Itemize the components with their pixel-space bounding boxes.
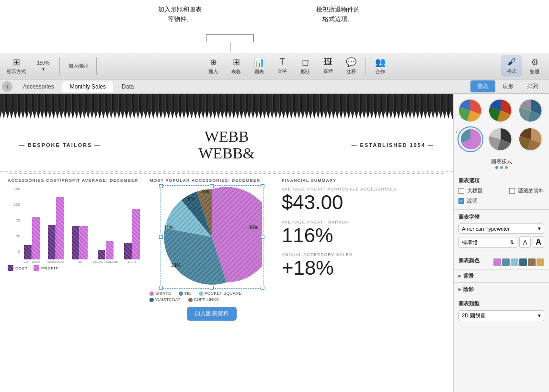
chart-type-value: 2D 圓餅圖	[462, 312, 486, 319]
color-row: 圖表顏色	[458, 257, 544, 267]
chart-button[interactable]: 📊 圖表	[249, 55, 270, 77]
main-layout: — BESPOKE TAILORS — WEBB WEBB& — ESTABLI…	[0, 94, 549, 392]
fabric-zigzag	[0, 111, 453, 119]
chart-thumb-1[interactable]	[458, 98, 483, 123]
font-larger-button[interactable]: A	[533, 236, 544, 248]
pie-label-45: 45%	[249, 225, 258, 230]
financial-title: FINANCIAL SUMMARY	[282, 178, 446, 183]
text-button[interactable]: T 文字	[272, 55, 293, 77]
collaborate-label: 合作	[376, 68, 385, 75]
organize-button[interactable]: ⚙ 整理	[524, 55, 545, 77]
chart-thumb-4[interactable]	[458, 126, 483, 152]
panel-tab-slice[interactable]: 扇形	[495, 80, 520, 92]
handle-br[interactable]	[261, 286, 264, 290]
insert-button[interactable]: ⊕ 插入	[203, 55, 224, 77]
color-swatch-2[interactable]	[502, 258, 510, 266]
table-button[interactable]: ⊞ 表格	[226, 55, 247, 77]
collaborate-button[interactable]: 👥 合作	[370, 55, 391, 77]
chart-style-prev-button[interactable]: ‹	[454, 126, 460, 137]
tab-data[interactable]: Data	[114, 81, 141, 92]
dot-2[interactable]	[500, 166, 503, 169]
add-column-button[interactable]: 加入欄列	[66, 61, 91, 71]
title-checkbox[interactable]	[458, 188, 464, 194]
bar-group-tie: TIE	[69, 226, 90, 263]
add-tab-button[interactable]: +	[2, 81, 12, 92]
color-swatch-4[interactable]	[519, 258, 527, 266]
media-label: 媒體	[323, 68, 333, 75]
comment-icon: 💬	[346, 57, 356, 67]
media-button[interactable]: 🖼 媒體	[318, 55, 339, 77]
handle-bc[interactable]	[210, 286, 214, 290]
panel-tab-chart[interactable]: 圖表	[470, 80, 495, 92]
font-style-chevron: ⇅	[510, 239, 514, 246]
tab-accessories[interactable]: Accessories	[15, 81, 62, 92]
markup-row: AVERAGE PROFIT MARKUP 116%	[282, 220, 446, 246]
view-mode-icon: ⊞	[13, 57, 20, 67]
content-row: ACCESSORIES COST/PROFIT AVERAGE: DECEMBE…	[0, 178, 453, 326]
handle-ml[interactable]	[159, 235, 163, 239]
dot-3[interactable]	[505, 166, 508, 169]
pie-svg	[161, 187, 262, 287]
color-swatch-3[interactable]	[511, 258, 518, 266]
font-style-value: 標準體	[462, 239, 478, 246]
color-swatch-5[interactable]	[528, 258, 536, 266]
tab-monthly-sales[interactable]: Monthly Sales	[62, 81, 114, 92]
handle-mr[interactable]	[261, 235, 264, 239]
legend-checkbox[interactable]: ✓	[458, 198, 464, 204]
collaborate-icon: 👥	[375, 57, 386, 67]
profit-swatch	[34, 265, 39, 271]
cost-swatch	[8, 265, 13, 271]
zoom-button[interactable]: 150% ▾	[33, 58, 54, 74]
bar-cost	[48, 225, 56, 259]
chart-thumb-3[interactable]	[518, 98, 544, 123]
color-swatch-6[interactable]	[537, 258, 544, 266]
bar-pair	[98, 241, 114, 259]
chart-thumb-5[interactable]	[488, 126, 514, 152]
pie-label-33: 33%	[171, 263, 181, 268]
table-label: 表格	[231, 68, 241, 75]
swatch-pocket	[199, 291, 203, 296]
title-row: 大標題 隱藏的資料	[458, 187, 544, 194]
handle-tl[interactable]	[159, 184, 163, 188]
organize-icon: ⚙	[531, 57, 538, 67]
handle-tr[interactable]	[261, 184, 264, 188]
color-swatch-1[interactable]	[493, 258, 501, 266]
chart-thumb-2[interactable]	[488, 98, 514, 123]
comment-button[interactable]: 💬 注釋	[341, 55, 362, 77]
font-name-select[interactable]: American Typewriter ▾	[458, 224, 544, 234]
shadow-section[interactable]: ▶ 陰影	[454, 282, 549, 296]
panel-tab-arrange[interactable]: 排列	[520, 80, 545, 92]
format-button[interactable]: 🖌 格式	[501, 55, 522, 77]
view-mode-button[interactable]: ⊞ 顯示方式	[4, 55, 29, 77]
chart-thumb-6[interactable]	[518, 126, 544, 152]
pie-chart-container[interactable]: 45% 33% 11% 6% 5%	[161, 187, 262, 287]
toolbar-center-group: ⊕ 插入 ⊞ 表格 📊 圖表 T 文字 ◻ 形狀 🖼 媒體	[99, 55, 495, 77]
handle-tc[interactable]	[210, 184, 214, 188]
shape-button[interactable]: ◻ 形狀	[295, 55, 316, 77]
bar-profit	[132, 209, 140, 259]
profit-row: AVERAGE PROFIT ACROSS ALL ACCESSORIES $4…	[282, 187, 446, 213]
dot-1[interactable]	[495, 166, 498, 169]
toolbar-sep-1	[59, 57, 60, 75]
media-icon: 🖼	[324, 57, 332, 67]
hero-section: — BESPOKE TAILORS — WEBB WEBB& — ESTABLI…	[0, 119, 453, 172]
y-label-70: 70	[8, 218, 20, 223]
font-style-select[interactable]: 標準體 ⇅	[458, 237, 517, 248]
add-chart-data-button[interactable]: 加入圖表資料	[187, 307, 237, 321]
fabric-header	[0, 94, 453, 119]
legend-label: 說明	[467, 197, 478, 204]
chart-type-select[interactable]: 2D 圓餅圖 ▾	[458, 310, 544, 321]
chart-font-title: 圖表字體	[458, 213, 544, 221]
insert-icon: ⊕	[210, 57, 217, 67]
bar-profit	[56, 197, 64, 259]
pie-legend: SHIRTS TIE POCKET SQUARE	[149, 291, 274, 302]
bar-cost	[124, 243, 132, 259]
background-section[interactable]: ▶ 背景	[454, 269, 549, 282]
hidden-data-checkbox[interactable]	[509, 188, 515, 194]
swatch-cufflinks	[188, 298, 193, 302]
bar-pair	[24, 217, 40, 259]
font-smaller-button[interactable]: A	[519, 236, 531, 248]
zoom-level: 150%	[37, 60, 49, 66]
chart-font-section: 圖表字體 American Typewriter ▾ 標準體 ⇅ A A	[454, 209, 549, 253]
handle-bl[interactable]	[159, 286, 163, 290]
